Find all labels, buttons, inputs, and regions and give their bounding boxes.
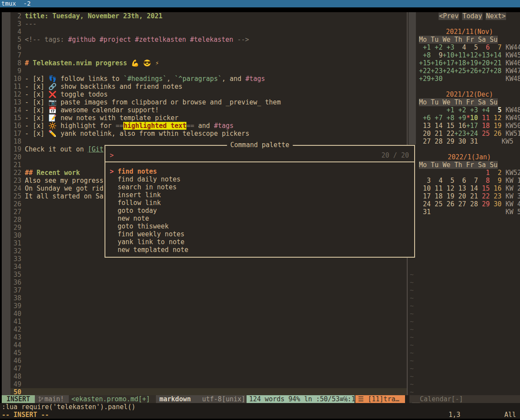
editor-line[interactable]: 6: [2, 44, 407, 51]
calendar-day[interactable]: 20 21 22: [419, 130, 454, 138]
editor-line[interactable]: 48: [2, 373, 407, 380]
editor-line[interactable]: 46: [2, 357, 407, 365]
calendar-day[interactable]: 11: [482, 114, 490, 122]
calendar-week-row[interactable]: 3 4 5 6 7 8 9 KW 1: [419, 177, 520, 185]
calendar-week-row[interactable]: +8 9+10+11+12+13+14 KW45: [419, 51, 520, 59]
calendar-week-row[interactable]: 20 21 22+23+24 25 26 KW51: [419, 130, 520, 138]
calendar-day[interactable]: 4 5: [454, 44, 478, 51]
editor-line[interactable]: 43: [2, 333, 407, 341]
editor-line[interactable]: 47: [2, 365, 407, 373]
editor-line[interactable]: 8# Telekasten.nvim progress 💪 😎 ⚡: [2, 59, 407, 67]
palette-item[interactable]: find daily notes: [105, 175, 414, 183]
editor-line[interactable]: 11- [x] 🔗 show backlinks and friend note…: [2, 83, 407, 91]
editor-line[interactable]: 35: [2, 271, 407, 279]
editor-line[interactable]: 13- [x] 📷 paste images from clipboard or…: [2, 98, 407, 106]
palette-item[interactable]: search in notes: [105, 183, 414, 191]
editor-line[interactable]: 9: [2, 67, 407, 75]
calendar-week-row[interactable]: +15+16+17+18+19+20+21 KW46: [419, 59, 520, 67]
palette-item[interactable]: goto today: [105, 207, 414, 215]
calendar-week-row[interactable]: +22+23+24+25+26+27+28 KW47: [419, 67, 520, 75]
editor-line[interactable]: 14- [x] 📅 awesome calendar support!: [2, 106, 407, 114]
calendar-day[interactable]: +29+30: [419, 75, 442, 83]
editor-line[interactable]: 40: [2, 310, 407, 318]
calendar-day[interactable]: +6 +7 +8 +9: [419, 114, 466, 122]
palette-item[interactable]: yank link to note: [105, 238, 414, 246]
editor-line[interactable]: 37: [2, 286, 407, 294]
calendar-day[interactable]: 5: [498, 106, 502, 114]
calendar-day[interactable]: +17: [466, 122, 478, 130]
calendar-week-row[interactable]: 24 25 26 27 28 29 30 KW 4: [419, 200, 520, 208]
editor-line[interactable]: 15- [x] 📝 new notes with template picker: [2, 114, 407, 122]
calendar-day[interactable]: 1: [486, 169, 490, 177]
calendar-day[interactable]: 17 18 19 20 21: [419, 192, 478, 200]
calendar-day[interactable]: 16: [494, 185, 502, 192]
calendar-day[interactable]: 19: [494, 122, 502, 130]
calendar-day[interactable]: +1 +2 +3: [419, 44, 454, 51]
calendar-week-row[interactable]: 27 28 29 30 31 KW5: [419, 138, 513, 145]
calendar-day[interactable]: 23: [494, 192, 502, 200]
calendar-day[interactable]: 10 11 12 13 14: [419, 185, 478, 192]
editor-line[interactable]: 17- [x] ✏️ yank notelink, also from wthi…: [2, 130, 407, 138]
calendar-day[interactable]: +22+23+24+25+26+27+28: [419, 67, 502, 75]
calendar-day[interactable]: +1 +2 +3 +4: [442, 106, 490, 114]
editor-line[interactable]: 10- [x] 👣 follow links to `#headings`, `…: [2, 75, 407, 83]
calendar-day[interactable]: 24 25 26 27 28: [419, 200, 478, 208]
editor-line[interactable]: 36: [2, 279, 407, 286]
calendar-week-row[interactable]: +1 +2 +3 4 5 6 7 KW44: [419, 44, 520, 51]
calendar-day[interactable]: 27 28 29 30 31: [419, 138, 478, 145]
calendar-day[interactable]: 9: [431, 51, 442, 59]
editor-line[interactable]: 38: [2, 294, 407, 302]
calendar-day[interactable]: +23+24: [454, 130, 478, 138]
calendar-day[interactable]: 7: [498, 44, 502, 51]
calendar-week-row[interactable]: 13 14 15 16+17 18 19 KW50: [419, 122, 520, 130]
editor-line[interactable]: 4: [2, 28, 407, 36]
calendar-day[interactable]: 3 4 5 6 7: [419, 177, 478, 185]
editor-line[interactable]: 41: [2, 318, 407, 326]
calendar-day[interactable]: +8: [419, 51, 431, 59]
calendar-day[interactable]: 25: [482, 130, 490, 138]
palette-item[interactable]: follow link: [105, 199, 414, 207]
editor-line[interactable]: 7: [2, 51, 407, 59]
editor-line[interactable]: 39: [2, 302, 407, 310]
calendar-day[interactable]: 2: [498, 169, 502, 177]
calendar-next-button[interactable]: Next>: [486, 13, 506, 20]
calendar-day[interactable]: 15: [482, 185, 490, 192]
calendar-day[interactable]: 9: [498, 177, 502, 185]
editor-line[interactable]: 34: [2, 263, 407, 271]
calendar-day[interactable]: 10: [470, 114, 478, 122]
calendar-day[interactable]: 12: [494, 114, 502, 122]
calendar-prev-button[interactable]: <Prev: [439, 13, 459, 20]
calendar-week-row[interactable]: 10 11 12 13 14 15 16 KW 2: [419, 185, 520, 192]
editor-line[interactable]: 18: [2, 138, 407, 145]
editor-line[interactable]: 2title: Tuesday, November 23th, 2021: [2, 12, 407, 20]
editor-line[interactable]: 42: [2, 326, 407, 333]
calendar-day[interactable]: 26: [494, 130, 502, 138]
calendar-week-row[interactable]: 17 18 19 20 21 22 23 KW 3: [419, 192, 520, 200]
calendar-day[interactable]: 30: [494, 200, 502, 208]
calendar-day[interactable]: 13 14 15 16: [419, 122, 466, 130]
calendar-week-row[interactable]: +29+30 KW48: [419, 75, 520, 83]
editor-line[interactable]: 49: [2, 380, 407, 388]
editor-line[interactable]: 45: [2, 349, 407, 357]
editor-line[interactable]: 3---: [2, 20, 407, 28]
palette-item[interactable]: insert link: [105, 191, 414, 199]
calendar-week-row[interactable]: 1 2 KW52: [419, 169, 520, 177]
palette-item[interactable]: find weekly notes: [105, 230, 414, 238]
palette-item[interactable]: new templated note: [105, 246, 414, 254]
calendar-week-row[interactable]: +6 +7 +8 +9*10 11 12 KW49: [419, 114, 520, 122]
palette-prompt[interactable]: >: [110, 151, 114, 159]
editor-line[interactable]: 5<!-- tags: #github #project #zettelkast…: [2, 36, 407, 44]
palette-item[interactable]: new note: [105, 215, 414, 222]
palette-item[interactable]: >find notes: [105, 168, 414, 175]
calendar-today-button[interactable]: Today: [462, 13, 483, 20]
calendar-day[interactable]: +15+16+17+18+19+20+21: [419, 59, 502, 67]
command-line[interactable]: :lua require('telekasten').panel(): [2, 403, 135, 411]
editor-line[interactable]: 12- [x] ❌ toggle todos: [2, 91, 407, 98]
calendar-day[interactable]: 8: [486, 177, 490, 185]
editor-line[interactable]: 16- [x] 🔆 highlight for ==highlighted te…: [2, 122, 407, 130]
calendar-week-row[interactable]: 31 KW 5: [419, 208, 520, 216]
calendar-day[interactable]: 18: [482, 122, 490, 130]
calendar-day[interactable]: +10+11+12+13+14: [442, 51, 501, 59]
tab-indicator-segment[interactable]: ☰ [11]tra…: [355, 395, 405, 403]
palette-item[interactable]: goto thisweek: [105, 222, 414, 230]
